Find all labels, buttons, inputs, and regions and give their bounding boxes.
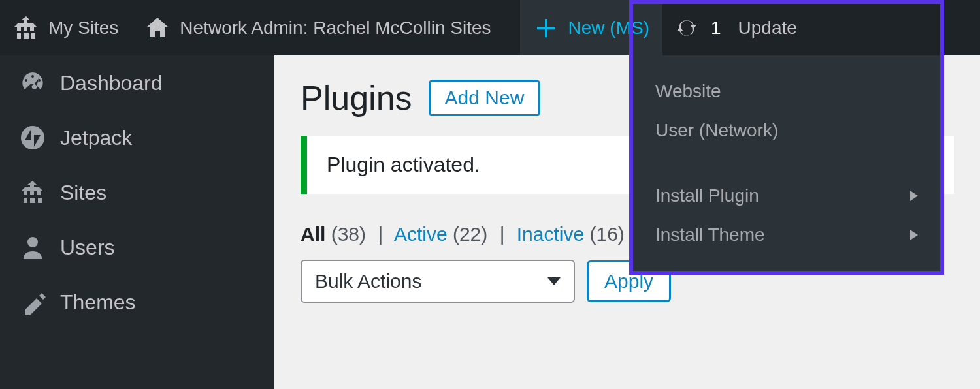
my-sites-label: My Sites [48, 18, 118, 39]
admin-bar: My Sites Network Admin: Rachel McCollin … [0, 0, 980, 55]
updates-label: Update [738, 18, 797, 39]
sidebar-item-label: Sites [60, 181, 106, 205]
add-new-button[interactable]: Add New [429, 80, 541, 116]
bulk-select-label: Bulk Actions [315, 270, 421, 292]
filter-active[interactable]: Active [394, 223, 448, 245]
admin-sidebar: Dashboard Jetpack Sites Users Themes [0, 55, 274, 389]
new-label: New (MS) [568, 18, 649, 39]
bulk-actions-select[interactable]: Bulk Actions [301, 260, 575, 303]
themes-icon [20, 289, 46, 315]
sidebar-item-users[interactable]: Users [0, 220, 274, 275]
sites-icon [13, 15, 39, 41]
svg-point-0 [21, 126, 44, 149]
dropdown-item-label: Install Theme [655, 225, 765, 245]
page-title: Plugins [301, 78, 412, 117]
chevron-down-icon [547, 277, 561, 285]
dropdown-item-label: Install Plugin [655, 185, 759, 206]
updates-link[interactable]: 1 [662, 0, 734, 55]
update-icon [676, 17, 698, 39]
updates-count: 1 [711, 18, 721, 39]
network-admin-label: Network Admin: Rachel McCollin Sites [180, 18, 491, 39]
dropdown-item-install-theme[interactable]: Install Theme [633, 215, 940, 255]
users-icon [20, 234, 46, 260]
plus-icon [533, 15, 559, 41]
dropdown-item-user-network[interactable]: User (Network) [633, 111, 940, 150]
sites-icon [20, 179, 46, 206]
sidebar-item-label: Jetpack [60, 126, 132, 150]
filter-all[interactable]: All [301, 223, 325, 245]
filter-active-count: (22) [453, 223, 487, 245]
chevron-right-icon [910, 230, 918, 240]
new-dropdown: Website User (Network) Install Plugin In… [629, 55, 944, 275]
home-icon [144, 15, 171, 41]
sidebar-item-sites[interactable]: Sites [0, 165, 274, 220]
sidebar-item-dashboard[interactable]: Dashboard [0, 55, 274, 110]
network-admin-link[interactable]: Network Admin: Rachel McCollin Sites [131, 0, 504, 55]
dashboard-icon [20, 70, 46, 96]
filter-inactive-count: (16) [590, 223, 625, 245]
sidebar-item-themes[interactable]: Themes [0, 275, 274, 330]
jetpack-icon [20, 125, 46, 151]
sidebar-item-jetpack[interactable]: Jetpack [0, 110, 274, 165]
dropdown-item-label: User (Network) [655, 120, 778, 141]
sidebar-item-label: Dashboard [60, 71, 163, 95]
chevron-right-icon [910, 191, 918, 201]
sidebar-item-label: Themes [60, 290, 136, 315]
dropdown-item-install-plugin[interactable]: Install Plugin [633, 176, 940, 215]
my-sites-link[interactable]: My Sites [0, 0, 131, 55]
filter-inactive[interactable]: Inactive [517, 223, 584, 245]
filter-all-count: (38) [331, 223, 366, 245]
sidebar-item-label: Users [60, 236, 115, 260]
updates-text-link[interactable]: Update [734, 0, 810, 55]
new-menu-trigger[interactable]: New (MS) [520, 0, 662, 55]
dropdown-item-label: Website [655, 81, 721, 102]
dropdown-item-website[interactable]: Website [633, 72, 940, 111]
